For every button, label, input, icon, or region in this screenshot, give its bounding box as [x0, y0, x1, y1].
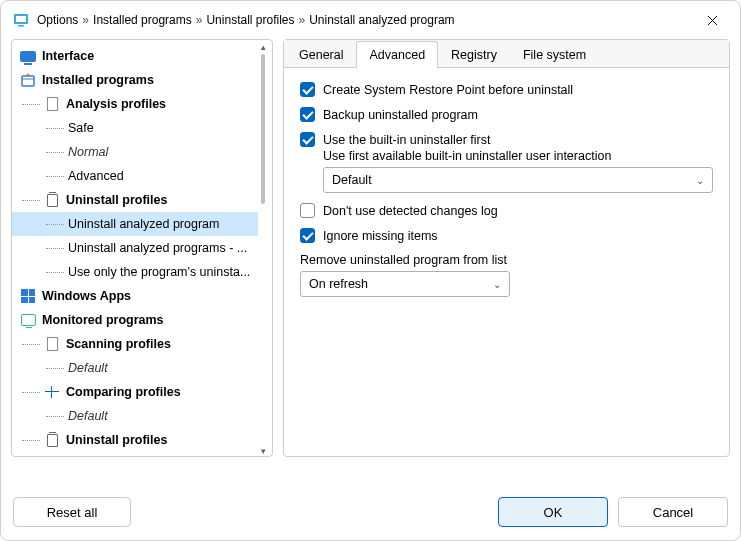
- tree-item[interactable]: Normal: [12, 140, 258, 164]
- mon2-icon: [20, 312, 36, 328]
- opt-label: Use the built-in uninstaller first: [323, 133, 490, 147]
- tree-item-label: Default: [68, 409, 108, 423]
- tab-general[interactable]: General: [286, 41, 356, 68]
- tree-item-label: Safe: [68, 121, 94, 135]
- doc-icon: [44, 96, 60, 112]
- app-icon: [13, 12, 29, 28]
- opt-label: Don't use detected changes log: [323, 204, 498, 218]
- titlebar: Options» Installed programs» Uninstall p…: [1, 1, 740, 39]
- tree-item-label: Use only the program's uninsta...: [68, 265, 250, 279]
- chevron-down-icon: ⌄: [493, 279, 501, 290]
- select-value: Default: [332, 173, 372, 187]
- breadcrumb: Options» Installed programs» Uninstall p…: [37, 13, 692, 27]
- scroll-thumb[interactable]: [261, 54, 265, 204]
- tree-item-label: Uninstall profiles: [66, 433, 167, 447]
- checkbox-icon: [300, 132, 315, 147]
- scrollbar[interactable]: ▴ ▾: [258, 42, 270, 454]
- tab-file-system[interactable]: File system: [510, 41, 599, 68]
- checkbox-icon: [300, 82, 315, 97]
- trash-icon: [44, 432, 60, 448]
- scroll-down-icon[interactable]: ▾: [261, 446, 269, 454]
- tree-item-label: Uninstall analyzed programs - ...: [68, 241, 247, 255]
- opt-label: Ignore missing items: [323, 229, 438, 243]
- cancel-button[interactable]: Cancel: [618, 497, 728, 527]
- remove-list-select[interactable]: On refresh ⌄: [300, 271, 510, 297]
- options-dialog: Options» Installed programs» Uninstall p…: [0, 0, 741, 541]
- tab-bar: GeneralAdvancedRegistryFile system: [284, 40, 729, 68]
- close-button[interactable]: [692, 5, 732, 35]
- builtin-interaction-select[interactable]: Default ⌄: [323, 167, 713, 193]
- tree-item[interactable]: Advanced: [12, 164, 258, 188]
- svg-rect-1: [16, 16, 26, 22]
- reset-all-button[interactable]: Reset all: [13, 497, 131, 527]
- opt-create-restore[interactable]: Create System Restore Point before unins…: [300, 82, 713, 97]
- tree-item[interactable]: Default: [12, 356, 258, 380]
- checkbox-icon: [300, 203, 315, 218]
- builtin-subsection: Use first available built-in uninstaller…: [323, 149, 713, 193]
- nav-tree-panel: InterfaceInstalled programsAnalysis prof…: [11, 39, 273, 457]
- content-panel: GeneralAdvancedRegistryFile system Creat…: [283, 39, 730, 457]
- tree-item-label: Interface: [42, 49, 94, 63]
- ok-button[interactable]: OK: [498, 497, 608, 527]
- doc-icon: [44, 336, 60, 352]
- tree-item-label: Uninstall analyzed program: [68, 217, 219, 231]
- trash-icon: [44, 192, 60, 208]
- opt-backup[interactable]: Backup uninstalled program: [300, 107, 713, 122]
- tree-item-label: Windows Apps: [42, 289, 131, 303]
- checkbox-icon: [300, 228, 315, 243]
- svg-rect-2: [18, 25, 24, 27]
- nav-tree[interactable]: InterfaceInstalled programsAnalysis prof…: [12, 40, 258, 456]
- tree-item[interactable]: Uninstall analyzed program: [12, 212, 258, 236]
- close-icon: [707, 15, 718, 26]
- tree-item[interactable]: Safe: [12, 116, 258, 140]
- monitor-icon: [20, 48, 36, 64]
- chevron-down-icon: ⌄: [696, 175, 704, 186]
- tree-item-label: Uninstall profiles: [66, 193, 167, 207]
- opt-label: Create System Restore Point before unins…: [323, 83, 573, 97]
- svg-point-4: [27, 74, 30, 77]
- tree-item-label: Analysis profiles: [66, 97, 166, 111]
- tree-item-label: Normal: [68, 145, 108, 159]
- tree-item[interactable]: Comparing profiles: [12, 380, 258, 404]
- tree-item[interactable]: Monitored programs: [12, 308, 258, 332]
- opt-label: Backup uninstalled program: [323, 108, 478, 122]
- opt-builtin-uninstaller[interactable]: Use the built-in uninstaller first: [300, 132, 713, 147]
- select-value: On refresh: [309, 277, 368, 291]
- sub-label: Use first available built-in uninstaller…: [323, 149, 713, 163]
- advanced-panel: Create System Restore Point before unins…: [284, 68, 729, 311]
- scale-icon: [44, 384, 60, 400]
- checkbox-icon: [300, 107, 315, 122]
- tree-item[interactable]: Use only the program's uninsta...: [12, 260, 258, 284]
- opt-ignore-missing[interactable]: Ignore missing items: [300, 228, 713, 243]
- tree-item-label: Comparing profiles: [66, 385, 181, 399]
- box-icon: [20, 72, 36, 88]
- tree-item[interactable]: Windows Apps: [12, 284, 258, 308]
- tree-item[interactable]: Uninstall analyzed programs - ...: [12, 236, 258, 260]
- tab-registry[interactable]: Registry: [438, 41, 510, 68]
- tree-item-label: Installed programs: [42, 73, 154, 87]
- tree-item-label: Advanced: [68, 169, 124, 183]
- tree-item[interactable]: Installed programs: [12, 68, 258, 92]
- scroll-up-icon[interactable]: ▴: [261, 42, 269, 50]
- opt-dont-use-log[interactable]: Don't use detected changes log: [300, 203, 713, 218]
- tree-item-label: Default: [68, 361, 108, 375]
- svg-rect-3: [22, 76, 34, 86]
- tree-item[interactable]: Uninstall profiles: [12, 188, 258, 212]
- tree-item-label: Scanning profiles: [66, 337, 171, 351]
- tree-item[interactable]: Scanning profiles: [12, 332, 258, 356]
- tree-item[interactable]: Analysis profiles: [12, 92, 258, 116]
- dialog-footer: Reset all OK Cancel: [1, 484, 740, 540]
- tree-item[interactable]: Default: [12, 404, 258, 428]
- remove-list-label: Remove uninstalled program from list: [300, 253, 713, 267]
- grid-icon: [20, 288, 36, 304]
- tree-item[interactable]: Interface: [12, 44, 258, 68]
- tab-advanced[interactable]: Advanced: [356, 41, 438, 68]
- tree-item-label: Monitored programs: [42, 313, 164, 327]
- tree-item[interactable]: Uninstall profiles: [12, 428, 258, 452]
